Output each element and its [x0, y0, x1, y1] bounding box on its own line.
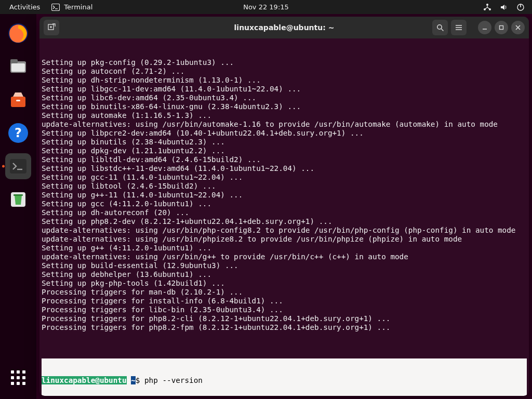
highlighted-region: linuxcapable@ubuntu:~$ php --version PHP…	[42, 358, 527, 396]
minimize-button[interactable]	[478, 21, 491, 34]
power-icon[interactable]	[516, 3, 525, 11]
terminal-line: Setting up debhelper (13.6ubuntu1) ...	[42, 270, 527, 279]
prompt-user: linuxcapable@ubuntu	[42, 376, 127, 384]
terminal-line: Setting up autoconf (2.71-2) ...	[42, 67, 527, 76]
dock: ?	[0, 14, 36, 399]
terminal-line: Setting up gcc-11 (11.4.0-1ubuntu1~22.04…	[42, 173, 527, 182]
new-tab-button[interactable]	[44, 20, 59, 35]
terminal-line: Setting up dh-autoreconf (20) ...	[42, 208, 527, 217]
terminal-line: Setting up g++-11 (11.4.0-1ubuntu1~22.04…	[42, 191, 527, 200]
network-icon[interactable]	[483, 3, 491, 11]
dock-files[interactable]	[5, 54, 31, 79]
help-icon: ?	[7, 122, 29, 144]
svg-rect-9	[11, 97, 25, 107]
terminal-line: Setting up pkg-config (0.29.2-1ubuntu3) …	[42, 58, 527, 67]
terminal-line: update-alternatives: using /usr/bin/php-…	[42, 226, 527, 235]
terminal-line: Setting up binutils (2.38-4ubuntu2.3) ..…	[42, 138, 527, 147]
terminal-line: Setting up build-essential (12.9ubuntu3)…	[42, 261, 527, 270]
terminal-app-icon	[51, 4, 60, 11]
maximize-button[interactable]	[495, 21, 508, 34]
volume-icon[interactable]	[500, 3, 508, 11]
minimize-icon	[482, 24, 488, 31]
typed-command: php --version	[144, 376, 203, 384]
window-title: linuxcapable@ubuntu: ~	[234, 23, 335, 32]
activities-button[interactable]: Activities	[9, 3, 40, 11]
active-app-indicator[interactable]: Terminal	[51, 3, 92, 11]
software-icon	[8, 89, 29, 110]
close-icon	[515, 24, 521, 31]
terminal-viewport[interactable]: Setting up pkg-config (0.29.2-1ubuntu3) …	[39, 38, 529, 396]
active-app-name: Terminal	[64, 3, 92, 11]
dock-firefox[interactable]	[5, 20, 31, 46]
svg-rect-18	[500, 26, 503, 30]
terminal-line: Processing triggers for libc-bin (2.35-0…	[42, 305, 527, 314]
dock-trash[interactable]	[5, 187, 31, 212]
terminal-line: Setting up dpkg-dev (1.21.1ubuntu2.2) ..…	[42, 147, 527, 155]
trash-icon	[8, 189, 29, 210]
terminal-line: Setting up libtool (2.4.6-15build2) ...	[42, 182, 527, 191]
apps-grid-icon	[11, 370, 25, 385]
terminal-scrollback: Setting up pkg-config (0.29.2-1ubuntu3) …	[42, 58, 527, 332]
terminal-line: Setting up gcc (4:11.2.0-1ubuntu1) ...	[42, 200, 527, 208]
maximize-icon	[498, 24, 504, 31]
running-indicator-dot	[2, 165, 5, 168]
hamburger-icon	[455, 24, 462, 31]
svg-rect-15	[14, 194, 23, 196]
show-applications[interactable]	[5, 365, 31, 391]
search-icon	[436, 24, 444, 32]
new-tab-icon	[47, 23, 56, 32]
svg-text:?: ?	[15, 126, 22, 140]
dock-help[interactable]: ?	[5, 120, 31, 146]
dock-terminal[interactable]	[5, 153, 31, 179]
search-button[interactable]	[432, 20, 448, 35]
terminal-line: Processing triggers for php8.2-fpm (8.2.…	[42, 323, 527, 332]
terminal-line: Setting up libstdc++-11-dev:amd64 (11.4.…	[42, 164, 527, 173]
svg-rect-0	[52, 4, 60, 10]
svg-rect-7	[10, 59, 18, 63]
titlebar[interactable]: linuxcapable@ubuntu: ~	[39, 17, 529, 38]
terminal-line: Setting up libltdl-dev:amd64 (2.4.6-15bu…	[42, 155, 527, 164]
terminal-line: Setting up libgcc-11-dev:amd64 (11.4.0-1…	[42, 85, 527, 94]
terminal-line: update-alternatives: using /usr/bin/g++ …	[42, 252, 527, 261]
terminal-line: Setting up pkg-php-tools (1.42build1) ..…	[42, 279, 527, 288]
svg-rect-13	[10, 159, 26, 174]
panel-clock[interactable]: Nov 22 19:15	[243, 3, 289, 11]
files-icon	[8, 56, 29, 77]
dock-software[interactable]	[5, 87, 31, 113]
terminal-line: Setting up php8.2-dev (8.2.12-1+ubuntu22…	[42, 217, 527, 226]
hamburger-menu-button[interactable]	[451, 20, 467, 35]
terminal-line: Processing triggers for install-info (6.…	[42, 297, 527, 305]
terminal-line: Processing triggers for php8.2-cli (8.2.…	[42, 314, 527, 323]
terminal-line: Setting up libpcre2-dev:amd64 (10.40-1+u…	[42, 129, 527, 138]
svg-point-1	[486, 4, 488, 6]
terminal-window: linuxcapable@ubuntu: ~ Setting up pkg-co…	[39, 17, 529, 396]
terminal-line: Setting up binutils-x86-64-linux-gnu (2.…	[42, 102, 527, 111]
terminal-line: update-alternatives: using /usr/bin/phpi…	[42, 235, 527, 244]
terminal-line: Setting up libc6-dev:amd64 (2.35-0ubuntu…	[42, 94, 527, 102]
close-button[interactable]	[511, 21, 525, 34]
prompt-path: ~	[131, 376, 136, 384]
terminal-line: Processing triggers for man-db (2.10.2-1…	[42, 288, 527, 297]
svg-rect-10	[16, 100, 20, 101]
terminal-line: Setting up automake (1:1.16.5-1.3) ...	[42, 111, 527, 120]
terminal-line: update-alternatives: using /usr/bin/auto…	[42, 120, 527, 129]
terminal-icon	[8, 156, 29, 177]
svg-rect-8	[11, 63, 25, 72]
svg-point-17	[437, 24, 441, 29]
terminal-line: Setting up dh-strip-nondeterminism (1.13…	[42, 76, 527, 85]
prompt-line-1: linuxcapable@ubuntu:~$ php --version	[42, 376, 527, 385]
firefox-icon	[7, 22, 29, 44]
gnome-top-panel: Activities Terminal Nov 22 19:15	[0, 0, 532, 14]
terminal-line: Setting up g++ (4:11.2.0-1ubuntu1) ...	[42, 244, 527, 252]
